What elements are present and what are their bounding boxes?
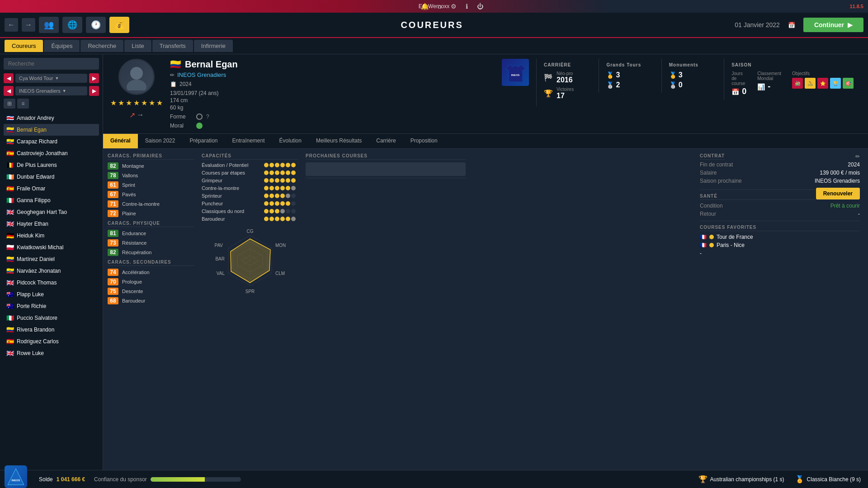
cap-dots xyxy=(264,194,296,198)
rider-list-item[interactable]: 🇪🇨Carapaz Richard xyxy=(4,136,99,147)
dot-filled xyxy=(286,186,290,190)
globe-icon[interactable]: 🌐 xyxy=(62,17,82,33)
rider-list-item[interactable]: 🇩🇪Heiduk Kim xyxy=(4,230,99,242)
rider-list-item[interactable]: 🇪🇸Rodriguez Carlos xyxy=(4,336,99,347)
clock-icon[interactable]: 🕐 xyxy=(86,17,106,33)
cap-label: Évaluation / Potentiel xyxy=(202,162,260,168)
cap-dots xyxy=(264,163,296,167)
rider-list-item[interactable]: 🇨🇷Amador Andrey xyxy=(4,112,99,124)
tab-recherche[interactable]: Recherche xyxy=(80,40,123,52)
renew-button[interactable]: Renouveler xyxy=(816,188,860,199)
back-button[interactable]: ← xyxy=(5,18,18,32)
tab-coureurs[interactable]: Coureurs xyxy=(5,40,43,52)
filter2-dropdown[interactable]: INEOS Grenadiers ▼ xyxy=(15,86,87,95)
rider-list-item[interactable]: 🇬🇧Rowe Luke xyxy=(4,347,99,359)
view-toggle-2[interactable]: ≡ xyxy=(17,99,29,109)
dot-partial xyxy=(291,186,296,190)
tab-infirmerie[interactable]: Infirmerie xyxy=(194,40,233,52)
rider-item-name: Amador Andrey xyxy=(17,115,54,121)
rider-list-item[interactable]: 🇨🇴Rivera Brandon xyxy=(4,324,99,336)
bell-icon[interactable]: 🔔 xyxy=(421,3,429,10)
home-icon[interactable]: ⌂ xyxy=(438,3,441,10)
victoires-label: Victoires xyxy=(557,87,574,92)
moral-label: Moral xyxy=(170,123,193,129)
dot-filled xyxy=(269,209,274,213)
continue-arrow-icon: ▶ xyxy=(848,21,853,28)
rider-item-name: Narváez Jhonatan xyxy=(17,268,61,274)
profile-tab-carriere[interactable]: Carrière xyxy=(369,134,403,148)
profile-tab-meilleurs[interactable]: Meilleurs Résultats xyxy=(309,134,369,148)
rider-list-item[interactable]: 🇮🇹Puccio Salvatore xyxy=(4,312,99,324)
profile-tab-saison[interactable]: Saison 2022 xyxy=(138,134,183,148)
radar-svg: CG MON CLM SPR VAL PAV BAR xyxy=(205,226,295,308)
rider-list-item[interactable]: 🇵🇱Kwiatkowski Michal xyxy=(4,242,99,253)
rider-list-item[interactable]: 🇧🇪De Plus Laurens xyxy=(4,159,99,171)
sidebar: ◀ Cya World Tour ▼ ▶ ◀ INEOS Grenadiers … xyxy=(0,54,103,470)
stat-item: 67 Pavés xyxy=(108,191,194,198)
rider-list-item[interactable]: 🇪🇸Castroviejo Jonathan xyxy=(4,147,99,159)
rider-list-item[interactable]: 🇮🇹Ganna Filippo xyxy=(4,194,99,206)
favorites-list: 🇫🇷Tour de France🇫🇷Paris - Nice- xyxy=(700,234,860,256)
filter1-next-button[interactable]: ▶ xyxy=(89,73,99,83)
stat-value: 75 xyxy=(108,288,118,295)
filter1-arrow-icon: ▼ xyxy=(55,76,59,81)
sponsor-bar-fill xyxy=(151,477,205,482)
profile-tab-preparation[interactable]: Préparation xyxy=(182,134,225,148)
rider-list-item[interactable]: 🇬🇧Pidcock Thomas xyxy=(4,277,99,289)
profile-tab-general[interactable]: Général xyxy=(103,134,138,148)
stat-value: 72 xyxy=(108,210,118,217)
filter1-dropdown[interactable]: Cya World Tour ▼ xyxy=(15,74,87,83)
finance-icon[interactable]: 💰 xyxy=(109,17,129,33)
rider-team[interactable]: INEOS Grenadiers xyxy=(177,71,226,78)
filter1-prev-button[interactable]: ◀ xyxy=(4,73,14,83)
filter2-next-button[interactable]: ▶ xyxy=(89,86,99,96)
rider-item-name: Hayter Ethan xyxy=(17,221,48,227)
roster-icon[interactable]: 👥 xyxy=(39,17,59,33)
gear-icon[interactable]: ⚙ xyxy=(451,3,457,10)
rider-list-item[interactable]: 🇨🇴Martínez Daniel xyxy=(4,253,99,265)
caracs-panel: CARACS. PRIMAIRES 82 Montagne 78 Vallons… xyxy=(108,153,198,451)
bottom-bar: INEOS Solde 1 041 666 € Confiance du spo… xyxy=(0,470,868,488)
stat-item: 82 Montagne xyxy=(108,162,194,170)
rider-list-item[interactable]: 🇦🇺Plapp Luke xyxy=(4,289,99,300)
tab-equipes[interactable]: Équipes xyxy=(44,40,80,52)
rider-list-item[interactable]: 🇮🇪Dunbar Edward xyxy=(4,171,99,183)
profile-tab-proposition[interactable]: Proposition xyxy=(403,134,445,148)
rider-list-item[interactable]: 🇪🇨Narváez Jhonatan xyxy=(4,265,99,277)
rider-item-name: Rivera Brandon xyxy=(17,327,54,333)
obj-icon-2: 🚴 xyxy=(805,78,816,89)
rider-list-item[interactable]: 🇪🇸Fraile Omar xyxy=(4,183,99,194)
dot-filled xyxy=(280,178,285,183)
continue-button[interactable]: Continuer ▶ xyxy=(803,18,863,32)
obj-icon-4: 🏆 xyxy=(830,78,841,89)
stat-item: 78 Vallons xyxy=(108,172,194,179)
rider-list-item[interactable]: 🇦🇺Porte Richie xyxy=(4,300,99,312)
dot-filled xyxy=(269,178,274,183)
info-icon[interactable]: ℹ xyxy=(466,3,468,10)
svg-marker-18 xyxy=(8,469,24,485)
stat-label: Montagne xyxy=(122,163,194,169)
tab-transferts[interactable]: Transferts xyxy=(152,40,193,52)
calendar-icon[interactable]: 📅 xyxy=(788,22,795,28)
search-input[interactable] xyxy=(4,58,99,70)
rider-trend: ↗ → xyxy=(129,111,144,119)
stat-label: Contre-la-montre xyxy=(122,201,194,207)
filter2-label: INEOS Grenadiers xyxy=(19,88,61,94)
contrat-fin-row: Fin de contrat 2024 xyxy=(700,161,860,168)
forward-button[interactable]: → xyxy=(22,18,35,32)
profile-tab-evolution[interactable]: Évolution xyxy=(272,134,309,148)
dot-partial xyxy=(286,194,290,198)
rider-list-item[interactable]: 🇬🇧Geoghegan Hart Tao xyxy=(4,206,99,218)
saison-title: SAISON xyxy=(731,62,854,67)
filter2-prev-button[interactable]: ◀ xyxy=(4,86,14,96)
view-toggle-1[interactable]: ⊞ xyxy=(4,99,15,109)
contrat-edit-icon[interactable]: ✏ xyxy=(855,153,860,160)
rider-list-item[interactable]: 🇬🇧Hayter Ethan xyxy=(4,218,99,230)
rider-list-item[interactable]: 🇨🇴Bernal Egan xyxy=(4,124,99,136)
stat-item: 68 Baroudeur xyxy=(108,297,194,304)
cap-label: Classiques du nord xyxy=(202,208,260,214)
power-icon[interactable]: ⏻ xyxy=(477,3,483,10)
contrat-salaire-row: Salaire 139 000 € / mois xyxy=(700,170,860,176)
tab-liste[interactable]: Liste xyxy=(124,40,151,52)
profile-tab-entrainement[interactable]: Entraînement xyxy=(225,134,272,148)
